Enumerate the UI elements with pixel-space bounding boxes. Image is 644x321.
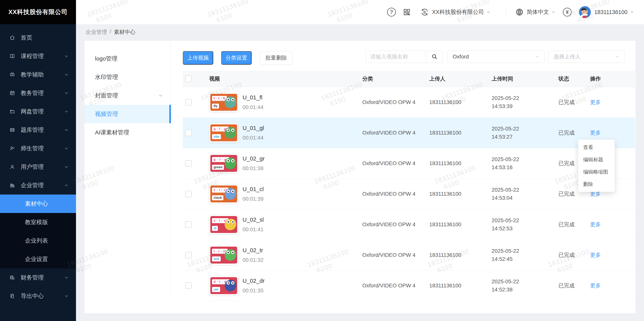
- video-category: Oxford/VIDEO OPW 4: [362, 160, 429, 167]
- sidebar-item-label: 网盘管理: [21, 108, 64, 115]
- batch-delete-button[interactable]: 批量删除: [260, 51, 293, 65]
- context-menu-item[interactable]: 编辑略缩图: [578, 166, 615, 178]
- thumbnail-character: [225, 249, 236, 261]
- users-icon: [9, 145, 15, 151]
- sidebar-item[interactable]: 首页: [0, 29, 76, 47]
- upload-video-button[interactable]: 上传视频: [183, 51, 213, 65]
- category-filter-select[interactable]: Oxford: [448, 51, 544, 63]
- sidebar-submenu-item[interactable]: 教室模版: [0, 213, 76, 231]
- enterprise-switcher[interactable]: 企 XX科技股份有限公司: [420, 8, 490, 17]
- row-checkbox[interactable]: [185, 221, 192, 228]
- table-row: d · r · dr um U_02_dr 00:01:35: [183, 270, 635, 301]
- column-header-category: 分类: [362, 75, 429, 82]
- video-thumbnail: t · r · tr uck: [209, 245, 238, 265]
- row-checkbox[interactable]: [185, 282, 192, 289]
- sidebar-item[interactable]: 师生管理: [0, 139, 76, 157]
- more-link[interactable]: 更多: [590, 130, 601, 136]
- upload-time: 2025-05-22 14:52:45: [492, 247, 558, 263]
- category-filter-value: Oxford: [453, 54, 535, 60]
- upload-time: 2025-05-22 14:53:04: [492, 186, 558, 202]
- status-label: 已完成: [558, 221, 590, 228]
- currency-icon[interactable]: ¥: [563, 8, 572, 17]
- sidebar-item[interactable]: 用户管理: [0, 157, 76, 176]
- uploader-filter-select[interactable]: 选择上传人: [548, 51, 625, 63]
- row-checkbox[interactable]: [185, 160, 192, 167]
- phonics-word: fly: [212, 104, 219, 109]
- video-title: U_01_fl: [242, 94, 264, 101]
- phonics-word: sl: [212, 226, 218, 231]
- export-icon: [9, 293, 15, 299]
- phonics-word: obe: [212, 134, 221, 139]
- row-checkbox[interactable]: [185, 129, 192, 136]
- select-all-checkbox[interactable]: [185, 76, 192, 82]
- video-duration: 00:01:38: [242, 165, 264, 172]
- video-thumbnail: d · r · dr um: [209, 276, 238, 295]
- video-duration: 00:01:41: [242, 226, 264, 233]
- material-menu-item[interactable]: 封面管理: [84, 86, 170, 105]
- home-icon: [9, 35, 15, 41]
- sidebar-submenu-item[interactable]: 企业列表: [0, 231, 76, 250]
- more-link[interactable]: 更多: [590, 99, 601, 105]
- row-checkbox[interactable]: [185, 191, 192, 197]
- cards-icon: [9, 127, 15, 133]
- context-menu-item[interactable]: 查看: [578, 141, 615, 153]
- video-title: U_02_gr: [242, 155, 264, 162]
- material-menu-item[interactable]: 视频管理: [84, 105, 170, 123]
- breadcrumb-parent[interactable]: 企业管理: [86, 29, 107, 36]
- more-link[interactable]: 更多: [590, 282, 601, 288]
- sidebar-item-label: 首页: [21, 34, 69, 42]
- video-uploader: 18311136100: [429, 130, 492, 136]
- device-icon: [9, 72, 15, 78]
- uploader-filter-placeholder: 选择上传人: [554, 53, 616, 60]
- sidebar-item[interactable]: 教务管理: [0, 84, 76, 102]
- material-menu-item[interactable]: 水印管理: [84, 68, 170, 86]
- material-sidebar: logo管理 水印管理 封面管理 视频管理 AI课素材管理: [84, 41, 170, 302]
- user-menu[interactable]: 18311136100: [594, 9, 634, 15]
- thumbnail-character: [225, 157, 236, 169]
- sidebar-item[interactable]: 企业管理: [0, 176, 76, 195]
- context-menu-item[interactable]: 删除: [578, 178, 615, 190]
- video-thumbnail: c · l · cl clock: [209, 184, 238, 204]
- video-category: Oxford/VIDEO OPW 4: [362, 252, 429, 258]
- material-menu-item[interactable]: AI课素材管理: [84, 123, 170, 142]
- sidebar-submenu-item[interactable]: 素材中心: [0, 195, 76, 213]
- video-category: Oxford/VIDEO OPW 4: [362, 221, 429, 228]
- folder-icon: [9, 108, 15, 115]
- material-menu-label: logo管理: [95, 55, 163, 63]
- phonics-letters: f · l · fl: [212, 96, 227, 101]
- qr-code-icon[interactable]: [402, 8, 411, 17]
- category-settings-button[interactable]: 分类设置: [221, 51, 252, 65]
- table-body: f · l · fl fly U_01_fl 00:01:44: [183, 87, 635, 301]
- sidebar-item[interactable]: 教学辅助: [0, 65, 76, 84]
- language-switcher[interactable]: 简体中文: [515, 8, 556, 17]
- thumbnail-character: [225, 188, 236, 200]
- phonics-word: um: [212, 287, 220, 292]
- help-icon[interactable]: ?: [387, 8, 396, 17]
- material-menu-item[interactable]: logo管理: [84, 49, 170, 68]
- search-button[interactable]: [426, 51, 443, 63]
- more-link[interactable]: 更多: [590, 221, 601, 227]
- video-title: U_02_dr: [242, 278, 264, 284]
- user-icon: [9, 164, 15, 170]
- breadcrumb-separator: /: [110, 29, 111, 36]
- upload-time: 2025-05-22 14:53:27: [492, 125, 558, 141]
- video-thumbnail: s · l · sl sl: [209, 215, 238, 234]
- sidebar-submenu-item[interactable]: 企业设置: [0, 250, 76, 268]
- user-avatar[interactable]: [579, 6, 591, 18]
- sidebar-item[interactable]: 财务管理: [0, 268, 76, 287]
- sidebar-item[interactable]: 导出中心: [0, 287, 76, 305]
- chevron-icon: [64, 146, 69, 151]
- sidebar-item[interactable]: 课程管理: [0, 47, 76, 65]
- context-menu-item[interactable]: 编辑标题: [578, 153, 615, 166]
- sidebar-item[interactable]: 网盘管理: [0, 102, 76, 121]
- content-card: logo管理 水印管理 封面管理 视频管理 AI课素材管理: [84, 41, 636, 313]
- coins-icon: [9, 274, 15, 281]
- search-input[interactable]: [366, 51, 426, 63]
- row-checkbox[interactable]: [185, 99, 192, 105]
- sidebar-item[interactable]: 题库管理: [0, 121, 76, 139]
- chevron-icon: [64, 109, 69, 114]
- row-checkbox[interactable]: [185, 252, 192, 258]
- video-duration: 00:01:44: [242, 104, 264, 110]
- more-link[interactable]: 更多: [590, 252, 601, 258]
- material-menu-label: 封面管理: [95, 92, 158, 100]
